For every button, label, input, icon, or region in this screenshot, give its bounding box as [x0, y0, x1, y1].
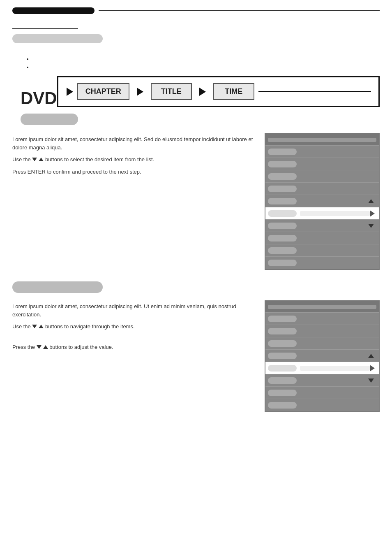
menu-row-7 — [265, 232, 379, 244]
arrows-down-up-2 — [32, 325, 44, 328]
section2-para3: Press the buttons to adjust the value. — [12, 343, 256, 351]
menu-panel-1 — [265, 133, 380, 270]
flow-box-title: TITLE — [151, 83, 192, 100]
section1-para2: Use the buttons to select the desired it… — [12, 156, 256, 164]
menu-row-uparrow — [265, 195, 379, 207]
header-line — [99, 10, 380, 11]
menu2-tri-down-icon — [368, 379, 374, 383]
flow-box-time: TIME — [213, 83, 254, 100]
menu-pill-7 — [268, 235, 297, 242]
menu2-pill-1 — [268, 316, 297, 322]
menu-tri-right-icon — [370, 210, 375, 217]
tri-down-icon-1 — [32, 158, 37, 161]
menu2-row-uparrow — [265, 350, 379, 362]
bullet-item-2 — [33, 64, 380, 69]
menu-pill-active — [268, 210, 297, 217]
tri-down-icon-2 — [32, 325, 37, 328]
menu-row-downarrow — [265, 220, 379, 232]
bullet-list — [25, 56, 380, 69]
menu2-pill-4 — [268, 353, 297, 359]
menu-tri-down-icon — [368, 224, 374, 228]
tri-down-icon-3 — [37, 345, 42, 349]
section2: Lorem ipsum dolor sit amet, consectetur … — [0, 293, 392, 412]
subtitle-pill — [12, 34, 103, 43]
menu2-row-2 — [265, 325, 379, 337]
section1-para3: Press ENTER to confirm and proceed to th… — [12, 168, 256, 176]
menu-row-8 — [265, 244, 379, 257]
subtitle-area — [0, 14, 392, 43]
section1-text: Lorem ipsum dolor sit amet, consectetur … — [12, 133, 265, 180]
menu-pill-9 — [268, 260, 297, 266]
menu2-pill-2 — [268, 328, 297, 334]
menu-tri-up-icon — [368, 199, 374, 203]
menu2-row-active[interactable] — [265, 362, 379, 374]
menu2-row-3 — [265, 337, 379, 350]
flow-box-chapter: CHAPTER — [77, 83, 129, 100]
header-pill — [12, 7, 95, 14]
menu-pill-2 — [268, 161, 297, 167]
tri-up-icon-1 — [39, 158, 44, 161]
menu-pill-3 — [268, 173, 297, 180]
menu-panel-2 — [265, 300, 380, 412]
dvd-label: DVD — [21, 90, 57, 107]
flow-arrow-3 — [199, 88, 206, 96]
menu2-pill-6 — [268, 390, 297, 396]
menu2-tri-right-icon — [370, 365, 375, 372]
menu2-pill-3 — [268, 340, 297, 347]
flow-arrow-1 — [67, 88, 73, 96]
menu2-pill-7 — [268, 402, 297, 409]
menu-title-row — [265, 134, 379, 146]
bullet-item-1 — [33, 56, 380, 60]
small-pill — [21, 114, 78, 125]
menu-pill-4 — [268, 186, 297, 192]
tri-up-icon-3 — [43, 345, 48, 349]
menu2-row-1 — [265, 313, 379, 325]
menu-row-2 — [265, 158, 379, 170]
flow-arrow-2 — [137, 88, 143, 96]
menu-row-4 — [265, 183, 379, 195]
subtitle-underline — [12, 21, 78, 29]
section2-para1: Lorem ipsum dolor sit amet, consectetur … — [12, 302, 256, 318]
menu-row-3 — [265, 170, 379, 183]
section2-pill — [12, 281, 103, 293]
section1: Lorem ipsum dolor sit amet, consectetur … — [0, 125, 392, 270]
arrows-down-up-3 — [37, 345, 48, 349]
section2-text: Lorem ipsum dolor sit amet, consectetur … — [12, 300, 265, 355]
menu2-row-downarrow — [265, 374, 379, 387]
menu2-title-row — [265, 301, 379, 313]
menu-row-9 — [265, 257, 379, 269]
arrows-down-up-1 — [32, 158, 44, 161]
menu-pill-8 — [268, 247, 297, 254]
menu2-tri-up-icon — [368, 354, 374, 358]
section2-para2: Use the buttons to navigate through the … — [12, 323, 256, 331]
header — [0, 0, 392, 14]
menu-pill-1 — [268, 149, 297, 155]
bullet-section — [0, 43, 392, 69]
menu-pill-5 — [268, 198, 297, 204]
menu2-pill-5 — [268, 377, 297, 384]
menu2-row-7 — [265, 399, 379, 411]
menu-row-1 — [265, 146, 379, 158]
menu2-pill-active — [268, 365, 297, 372]
menu-pill-6 — [268, 223, 297, 229]
section1-para1: Lorem ipsum dolor sit amet, consectetur … — [12, 135, 256, 151]
menu-row-active[interactable] — [265, 207, 379, 220]
tri-up-icon-2 — [39, 325, 44, 328]
menu2-row-6 — [265, 387, 379, 399]
